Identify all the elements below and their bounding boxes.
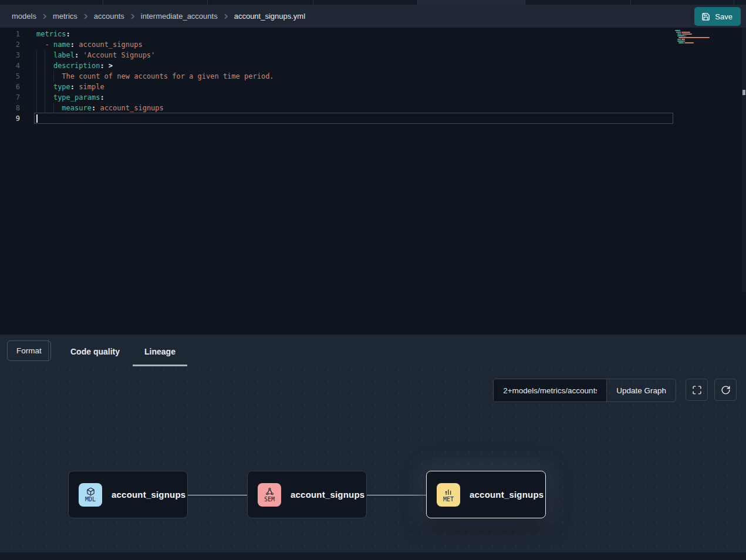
minimap-line	[675, 39, 712, 40]
refresh-button[interactable]	[714, 379, 737, 401]
chevron-right-icon	[130, 14, 136, 19]
code-text: type_params:	[20, 92, 104, 103]
editor-tab	[734, 0, 746, 5]
code-line[interactable]: 5 The count of new accounts for a given …	[0, 71, 746, 82]
minimap-line	[675, 42, 712, 43]
active-line-box	[34, 113, 673, 124]
tab-lineage[interactable]: Lineage	[132, 335, 188, 368]
editor-tab[interactable]	[631, 0, 734, 5]
lineage-node-met[interactable]: METaccount_signups	[426, 471, 546, 518]
breadcrumb-item[interactable]: account_signups.yml	[234, 12, 305, 21]
editor-tab[interactable]	[208, 0, 313, 5]
code-text: - name: account_signups	[20, 39, 143, 50]
scrollbar-thumb[interactable]	[742, 90, 745, 95]
breadcrumb-item[interactable]: models	[12, 12, 36, 21]
bottom-panel: Format Code qualityLineage Update Graph	[0, 335, 746, 560]
code-line[interactable]: 2 - name: account_signups	[0, 39, 746, 50]
code-text: metrics:	[20, 29, 70, 39]
node-label: account_signups	[291, 490, 364, 500]
chevron-right-icon	[42, 14, 48, 19]
refresh-icon	[721, 385, 731, 395]
node-badge-label: SEM	[264, 496, 275, 502]
code-text: measure: account_signups	[20, 103, 164, 113]
code-text: description: >	[20, 60, 113, 71]
lineage-edge	[367, 495, 426, 496]
code-line[interactable]: 6 type: simple	[0, 82, 746, 92]
breadcrumb: modelsmetricsaccountsintermediate_accoun…	[12, 12, 305, 21]
code-lines: 1metrics:2 - name: account_signups3 labe…	[0, 29, 746, 124]
editor-tab[interactable]	[313, 0, 418, 5]
lineage-canvas[interactable]: Update Graph MDLaccount_signupsSEMaccoun…	[0, 368, 746, 552]
format-button[interactable]: Format	[7, 340, 51, 361]
minimap[interactable]	[675, 30, 712, 44]
editor-tab[interactable]	[0, 0, 103, 5]
model-cube-icon	[86, 487, 96, 496]
node-type-badge: MET	[437, 483, 460, 507]
lineage-selector-input[interactable]	[494, 379, 606, 402]
chevron-right-icon	[83, 14, 89, 19]
save-button[interactable]: Save	[694, 7, 741, 26]
node-label: account_signups	[112, 490, 185, 500]
line-number: 8	[0, 103, 20, 113]
breadcrumb-item[interactable]: intermediate_accounts	[141, 12, 218, 21]
ide-window: modelsmetricsaccountsintermediate_accoun…	[0, 0, 746, 560]
breadcrumb-bar: modelsmetricsaccountsintermediate_accoun…	[0, 5, 746, 28]
node-badge-label: MDL	[85, 496, 96, 502]
editor-scrollbar[interactable]	[742, 28, 746, 292]
lineage-selector-group: Update Graph	[493, 379, 676, 402]
code-line[interactable]: 9	[0, 113, 746, 124]
line-number: 1	[0, 29, 20, 39]
editor-tab-active[interactable]	[418, 0, 525, 5]
line-number: 7	[0, 92, 20, 103]
code-line[interactable]: 7 type_params:	[0, 92, 746, 103]
node-label: account_signups	[470, 490, 544, 500]
fullscreen-button[interactable]	[686, 379, 708, 401]
metric-chart-icon	[444, 487, 454, 496]
line-number: 6	[0, 82, 20, 92]
code-text: label: 'Account Signups'	[20, 50, 155, 60]
code-text	[20, 113, 36, 124]
lineage-node-sem[interactable]: SEMaccount_signups	[247, 471, 367, 518]
lineage-edge	[188, 495, 247, 496]
save-button-label: Save	[715, 12, 733, 21]
bottom-strip	[0, 552, 746, 560]
minimap-line	[675, 41, 712, 42]
minimap-line	[675, 37, 712, 38]
code-line[interactable]: 8 measure: account_signups	[0, 103, 746, 113]
code-text: The count of new accounts for a given ti…	[20, 71, 274, 82]
minimap-line	[675, 30, 712, 31]
line-number: 5	[0, 71, 20, 82]
node-type-badge: MDL	[79, 483, 102, 507]
code-text: type: simple	[20, 82, 104, 92]
update-graph-button[interactable]: Update Graph	[606, 379, 676, 402]
code-editor[interactable]: 1metrics:2 - name: account_signups3 labe…	[0, 28, 746, 335]
node-type-badge: SEM	[258, 483, 281, 507]
minimap-line	[675, 33, 712, 35]
line-number: 4	[0, 60, 20, 71]
editor-tab[interactable]	[103, 0, 208, 5]
code-line[interactable]: 3 label: 'Account Signups'	[0, 50, 746, 60]
node-badge-label: MET	[443, 496, 454, 502]
code-line[interactable]: 1metrics:	[0, 29, 746, 39]
minimap-line	[675, 35, 712, 36]
editor-tab-strip	[0, 0, 746, 5]
fullscreen-icon	[692, 385, 702, 395]
chevron-right-icon	[223, 14, 229, 19]
line-number: 9	[0, 113, 20, 124]
breadcrumb-item[interactable]: accounts	[94, 12, 124, 21]
text-cursor	[36, 114, 38, 123]
lineage-node-mdl[interactable]: MDLaccount_signups	[68, 471, 188, 518]
line-number: 2	[0, 39, 20, 50]
code-line[interactable]: 4 description: >	[0, 60, 746, 71]
panel-tabs: Code qualityLineage	[58, 335, 188, 368]
panel-header: Format Code qualityLineage	[0, 335, 746, 368]
header-divider	[48, 339, 49, 362]
breadcrumb-item[interactable]: metrics	[53, 12, 77, 21]
semantic-graph-icon	[265, 487, 275, 496]
tab-code-quality[interactable]: Code quality	[58, 335, 132, 368]
save-floppy-icon	[701, 12, 710, 21]
editor-tab[interactable]	[525, 0, 631, 5]
line-number: 3	[0, 50, 20, 60]
minimap-line	[675, 32, 712, 33]
